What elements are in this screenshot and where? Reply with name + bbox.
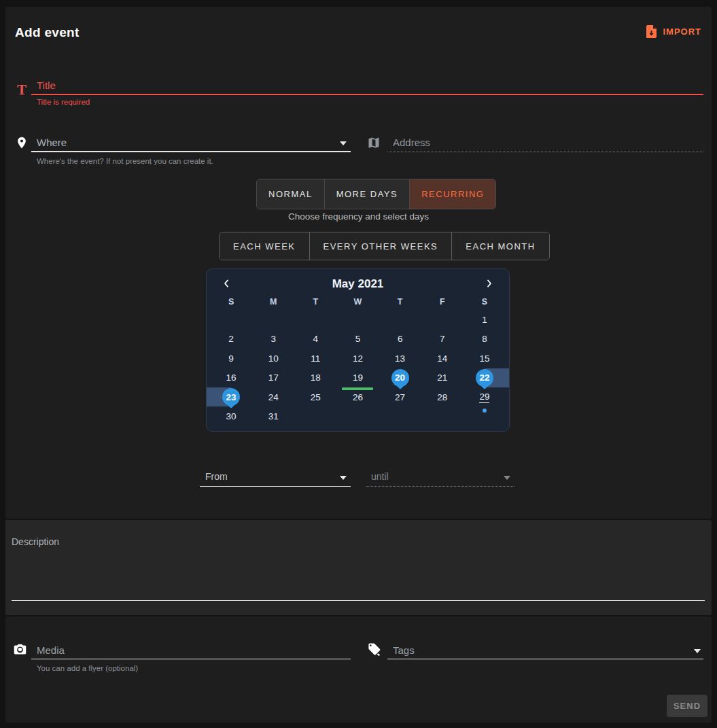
chevron-down-icon xyxy=(504,476,510,480)
calendar-day[interactable]: 4 xyxy=(313,334,319,344)
calendar-day-cell[interactable]: 30 xyxy=(210,407,252,427)
calendar-day[interactable]: 13 xyxy=(395,353,405,364)
calendar-day-cell[interactable]: 7 xyxy=(421,330,464,349)
calendar-day-cell[interactable]: 6 xyxy=(379,330,421,349)
prev-month-button[interactable] xyxy=(218,276,234,292)
tab-normal[interactable]: NORMAL xyxy=(257,179,325,209)
calendar-day-cell[interactable]: 13 xyxy=(379,349,421,368)
media-input[interactable]: Media xyxy=(31,641,351,659)
calendar-day-cell[interactable]: 23 xyxy=(210,387,252,407)
calendar-empty-cell xyxy=(379,407,421,427)
tags-icon xyxy=(366,641,382,657)
calendar-day[interactable]: 26 xyxy=(353,392,363,402)
calendar-day-cell[interactable]: 25 xyxy=(294,387,336,407)
address-input[interactable]: Address xyxy=(387,135,703,152)
calendar-day[interactable]: 21 xyxy=(437,372,447,383)
calendar-day-cell[interactable]: 19 xyxy=(336,368,379,388)
calendar-day[interactable]: 28 xyxy=(437,392,447,402)
send-button[interactable]: SEND xyxy=(667,695,707,717)
calendar-day-cell[interactable]: 4 xyxy=(294,330,336,349)
calendar-day-cell[interactable]: 22 xyxy=(464,368,506,388)
calendar-day[interactable]: 27 xyxy=(395,392,405,402)
next-month-button[interactable] xyxy=(481,276,497,292)
calendar-day-cell[interactable]: 24 xyxy=(252,387,294,407)
calendar-day-cell[interactable]: 2 xyxy=(210,330,252,349)
calendar-day[interactable]: 20 xyxy=(391,369,409,387)
calendar-day-cell[interactable]: 20 xyxy=(379,368,421,388)
calendar-empty-cell xyxy=(210,310,252,330)
tab-recurring[interactable]: RECURRING xyxy=(410,179,495,209)
calendar-grid: 1234567891011121314151617181920212223242… xyxy=(210,310,506,426)
description-textarea[interactable] xyxy=(12,534,705,601)
calendar-day-cell[interactable]: 16 xyxy=(210,368,252,388)
address-placeholder: Address xyxy=(393,137,430,148)
calendar-day-cell[interactable]: 12 xyxy=(336,349,379,368)
calendar-day[interactable]: 9 xyxy=(228,353,234,364)
calendar-day[interactable]: 31 xyxy=(268,411,279,421)
calendar-day-cell[interactable]: 11 xyxy=(294,349,336,368)
calendar-day-cell[interactable]: 1 xyxy=(464,310,506,330)
weekday-header: S xyxy=(464,297,506,307)
calendar-day[interactable]: 24 xyxy=(268,392,279,402)
from-time-select[interactable]: From xyxy=(200,469,351,487)
calendar-day[interactable]: 29 xyxy=(479,392,489,403)
calendar-day[interactable]: 16 xyxy=(226,372,237,383)
calendar-empty-cell xyxy=(464,407,506,427)
calendar-day[interactable]: 14 xyxy=(437,353,447,364)
calendar-day[interactable]: 18 xyxy=(311,372,321,383)
where-select[interactable]: Where xyxy=(31,135,351,152)
calendar-day[interactable]: 5 xyxy=(355,334,361,344)
calendar-day[interactable]: 10 xyxy=(268,353,279,364)
description-underline xyxy=(12,600,705,601)
calendar-day-cell[interactable]: 14 xyxy=(421,349,464,368)
calendar-day[interactable]: 17 xyxy=(268,372,279,383)
title-input[interactable]: Title xyxy=(31,77,703,95)
calendar-day[interactable]: 30 xyxy=(226,411,237,421)
import-button[interactable]: IMPORT xyxy=(643,23,701,39)
calendar-day[interactable]: 12 xyxy=(353,353,363,364)
calendar-day[interactable]: 19 xyxy=(353,372,363,383)
calendar-day-cell[interactable]: 29 xyxy=(464,387,506,407)
calendar-day[interactable]: 25 xyxy=(311,392,321,402)
calendar-day-cell[interactable]: 21 xyxy=(421,368,464,388)
calendar-empty-cell xyxy=(421,407,464,427)
tags-select[interactable]: Tags xyxy=(387,641,703,659)
calendar-day-cell[interactable]: 31 xyxy=(252,407,294,427)
calendar-day-cell[interactable]: 5 xyxy=(336,330,379,349)
freq-each-week-button[interactable]: EACH WEEK xyxy=(220,232,310,260)
calendar-day[interactable]: 23 xyxy=(222,388,240,406)
calendar-day-cell[interactable]: 8 xyxy=(464,330,506,349)
calendar-day[interactable]: 2 xyxy=(228,334,234,344)
map-icon xyxy=(366,135,382,151)
calendar-day[interactable]: 7 xyxy=(440,334,445,344)
calendar-empty-cell xyxy=(294,310,336,330)
calendar-day[interactable]: 1 xyxy=(482,315,487,325)
calendar-day[interactable]: 8 xyxy=(482,334,487,344)
chevron-right-icon xyxy=(484,278,495,291)
calendar-day[interactable]: 6 xyxy=(398,334,403,344)
calendar-day[interactable]: 15 xyxy=(479,353,489,364)
calendar-day-cell[interactable]: 3 xyxy=(252,330,294,349)
calendar-day-cell[interactable]: 28 xyxy=(421,387,464,407)
calendar-empty-cell xyxy=(421,310,464,330)
calendar-day-cell[interactable]: 26 xyxy=(336,387,379,407)
calendar-day[interactable]: 3 xyxy=(270,334,276,344)
freq-each-month-button[interactable]: EACH MONTH xyxy=(452,232,548,260)
media-helper: You can add a flyer (optional) xyxy=(37,664,138,672)
until-time-select[interactable]: until xyxy=(366,469,514,487)
frequency-options: EACH WEEK EVERY OTHER WEEKS EACH MONTH xyxy=(219,232,550,260)
calendar-day-cell[interactable]: 10 xyxy=(252,349,294,368)
calendar-day-cell[interactable]: 9 xyxy=(210,349,252,368)
calendar-day-cell[interactable]: 17 xyxy=(252,368,294,388)
weekday-header: T xyxy=(294,297,336,307)
tab-more-days[interactable]: MORE DAYS xyxy=(325,179,410,209)
calendar-day-cell[interactable]: 27 xyxy=(379,387,421,407)
calendar-day-cell[interactable]: 15 xyxy=(464,349,506,368)
weekday-header: M xyxy=(252,297,294,307)
calendar-day[interactable]: 11 xyxy=(311,353,320,364)
page-title: Add event xyxy=(15,25,80,40)
calendar-day-cell[interactable]: 18 xyxy=(294,368,336,388)
freq-every-other-weeks-button[interactable]: EVERY OTHER WEEKS xyxy=(310,232,453,260)
chevron-down-icon xyxy=(694,649,701,653)
calendar-day[interactable]: 22 xyxy=(476,369,493,387)
